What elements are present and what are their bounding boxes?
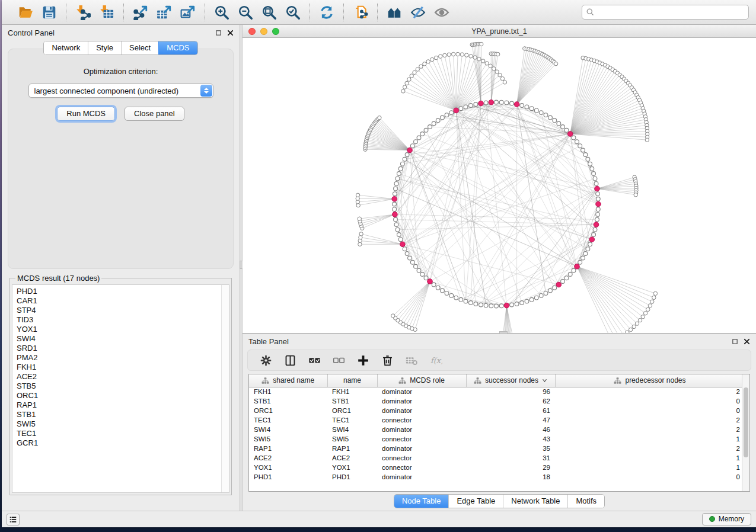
cell-successor: 43	[466, 434, 555, 444]
control-panel: Control Panel NetworkStyleSelectMCDS Opt…	[2, 25, 240, 511]
optimization-criterion-select[interactable]: largest connected component (undirected)	[28, 84, 213, 98]
task-history-button[interactable]	[7, 514, 20, 525]
tab-style[interactable]: Style	[88, 41, 121, 55]
node-table[interactable]: shared namenameMCDS rolesuccessor nodesp…	[248, 374, 750, 492]
cell-successor: 61	[466, 406, 555, 415]
result-node-item[interactable]: TEC1	[17, 429, 219, 438]
table-row[interactable]: PHD1PHD1dominator180	[249, 472, 745, 482]
show-all-icon[interactable]	[430, 4, 454, 21]
cell-predecessor: 1	[555, 463, 745, 472]
result-node-item[interactable]: SRD1	[17, 344, 219, 353]
refresh-layout-icon[interactable]	[315, 4, 339, 21]
clear-all-checks-icon[interactable]	[328, 352, 350, 368]
cell-successor: 62	[466, 396, 555, 406]
table-row[interactable]: SWI4SWI4dominator462	[249, 425, 745, 434]
tab-node-table[interactable]: Node Table	[394, 495, 449, 508]
run-mcds-button[interactable]: Run MCDS	[57, 107, 115, 121]
network-from-selection-icon[interactable]	[349, 4, 372, 21]
cell-name: TEC1	[327, 415, 377, 425]
result-node-item[interactable]: PHD1	[17, 287, 219, 296]
result-node-item[interactable]: SWI4	[17, 334, 219, 344]
gear-icon[interactable]	[255, 352, 277, 368]
table-scrollbar-thumb[interactable]	[744, 387, 748, 457]
delete-column-icon[interactable]	[377, 352, 398, 368]
function-builder-icon: f(x)	[425, 352, 447, 368]
import-network-icon[interactable]	[71, 4, 95, 21]
zoom-fit-icon[interactable]	[257, 4, 281, 21]
table-row[interactable]: RAP1RAP1dominator352	[249, 444, 745, 453]
network-resize-handle[interactable]	[499, 331, 508, 334]
hide-selected-icon[interactable]	[406, 4, 430, 21]
cell-predecessor: 2	[555, 415, 745, 425]
close-panel-button[interactable]: Close panel	[125, 107, 184, 121]
result-node-item[interactable]: STB1	[17, 410, 219, 419]
column-header-MCDS-role[interactable]: MCDS role	[377, 374, 466, 387]
table-row[interactable]: FKH1FKH1dominator962	[249, 387, 745, 396]
zoom-out-icon[interactable]	[234, 4, 257, 21]
split-columns-icon[interactable]	[279, 352, 301, 368]
zoom-in-icon[interactable]	[210, 4, 234, 21]
network-window-titlebar[interactable]: YPA_prune.txt_1	[243, 25, 756, 38]
table-row[interactable]: ORC1ORC1dominator610	[249, 406, 745, 415]
export-table-icon[interactable]	[152, 4, 176, 21]
table-row[interactable]: TEC1TEC1connector472	[249, 415, 745, 425]
cell-successor: 96	[466, 387, 555, 396]
tab-select[interactable]: Select	[121, 41, 158, 55]
minimize-window-icon[interactable]	[260, 28, 267, 35]
tab-mcds[interactable]: MCDS	[158, 41, 197, 55]
table-scrollbar[interactable]	[742, 374, 749, 491]
result-list-scrollbar[interactable]	[221, 285, 229, 492]
column-header-predecessor-nodes[interactable]: predecessor nodes	[555, 374, 745, 387]
zoom-selected-icon[interactable]	[281, 4, 305, 21]
result-node-item[interactable]: RAP1	[17, 400, 219, 410]
search-box[interactable]	[582, 5, 749, 20]
open-file-icon[interactable]	[14, 4, 37, 21]
search-input[interactable]	[595, 7, 746, 18]
close-table-panel-icon[interactable]	[744, 338, 750, 345]
tab-motifs[interactable]: Motifs	[567, 495, 604, 508]
result-node-item[interactable]: GCR1	[17, 438, 219, 448]
float-panel-icon[interactable]	[215, 30, 222, 36]
result-node-item[interactable]: PMA2	[17, 353, 219, 363]
tab-network[interactable]: Network	[44, 41, 88, 55]
optimization-criterion-label: Optimization criterion:	[8, 67, 233, 76]
mcds-result-list[interactable]: PHD1CAR1STP4TID3YOX1SWI4SRD1PMA2FKH1ACE2…	[12, 284, 229, 493]
import-table-icon[interactable]	[95, 4, 119, 21]
network-graph-canvas[interactable]	[243, 38, 756, 333]
add-column-icon[interactable]	[352, 352, 374, 368]
zoom-window-icon[interactable]	[272, 28, 279, 35]
result-node-item[interactable]: CAR1	[17, 296, 219, 306]
export-image-icon[interactable]	[176, 4, 200, 21]
save-session-icon[interactable]	[37, 4, 61, 21]
column-header-successor-nodes[interactable]: successor nodes	[466, 374, 555, 387]
table-row[interactable]: STB1STB1dominator620	[249, 396, 745, 406]
cell-mcds_role: dominator	[377, 425, 466, 434]
cell-shared_name: PHD1	[249, 472, 327, 482]
close-window-icon[interactable]	[248, 28, 256, 35]
tab-edge-table[interactable]: Edge Table	[448, 495, 503, 508]
result-node-item[interactable]: SWI5	[17, 419, 219, 429]
result-node-item[interactable]: STP4	[17, 306, 219, 315]
float-table-panel-icon[interactable]	[732, 338, 738, 345]
close-panel-icon[interactable]	[227, 30, 234, 36]
cell-shared_name: FKH1	[249, 387, 327, 396]
column-header-shared-name[interactable]: shared name	[249, 374, 327, 387]
select-all-checks-icon[interactable]	[304, 352, 326, 368]
table-row[interactable]: ACE2ACE2connector311	[249, 453, 745, 463]
first-neighbors-icon[interactable]	[382, 4, 406, 21]
result-node-item[interactable]: YOX1	[17, 325, 219, 334]
table-row[interactable]: SWI5SWI5connector431	[249, 434, 745, 444]
tab-network-table[interactable]: Network Table	[503, 495, 567, 508]
result-node-item[interactable]: ORC1	[17, 391, 219, 400]
result-node-item[interactable]: TID3	[17, 315, 219, 325]
cell-successor: 18	[466, 472, 555, 482]
table-row[interactable]: YOX1YOX1connector291	[249, 463, 745, 472]
result-node-item[interactable]: STB5	[17, 382, 219, 391]
result-node-item[interactable]: FKH1	[17, 363, 219, 372]
column-label: name	[343, 376, 361, 384]
result-node-item[interactable]: ACE2	[17, 372, 219, 382]
table-panel: Table Panel f(x) shared namenameMCDS rol…	[243, 333, 756, 511]
column-header-name[interactable]: name	[327, 374, 377, 387]
export-network-icon[interactable]	[129, 4, 152, 21]
memory-button[interactable]: Memory	[702, 513, 751, 525]
